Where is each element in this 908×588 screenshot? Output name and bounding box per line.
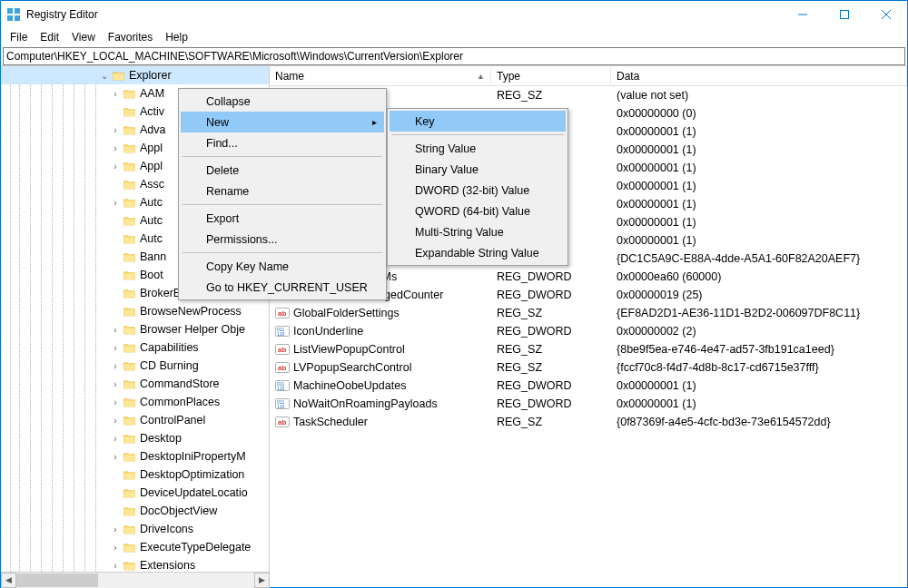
tree-item[interactable]: ›CommonPlaces [1, 393, 270, 411]
scroll-thumb[interactable] [16, 573, 98, 587]
list-header[interactable]: Name▲ Type Data [270, 66, 907, 86]
chevron-right-icon[interactable]: › [110, 543, 121, 553]
tree-item-label: BrowseNewProcess [140, 305, 242, 318]
menu-item[interactable]: Go to HKEY_CURRENT_USER [181, 277, 384, 298]
scroll-left-button[interactable]: ◀ [1, 573, 16, 588]
value-data: 0x00000001 (1) [611, 143, 907, 156]
minimize-button[interactable] [782, 1, 824, 28]
value-row[interactable]: IconUnderlineREG_DWORD0x00000002 (2) [270, 322, 907, 340]
menu-item[interactable]: Find... [181, 132, 384, 153]
tree-item-label: Adva [140, 123, 166, 136]
chevron-right-icon[interactable]: › [110, 397, 121, 407]
scroll-track[interactable] [16, 573, 254, 588]
folder-icon [123, 505, 136, 516]
value-type: REG_DWORD [491, 325, 611, 338]
chevron-down-icon[interactable]: ⌄ [99, 71, 110, 81]
tree-item[interactable]: ›DriveIcons [1, 520, 270, 538]
folder-icon [123, 433, 136, 444]
window-frame: Registry Editor FileEditViewFavoritesHel… [0, 0, 908, 588]
chevron-right-icon[interactable]: › [110, 379, 121, 389]
folder-icon [123, 360, 136, 371]
horizontal-scrollbar[interactable]: ◀ ▶ [1, 572, 270, 587]
folder-icon [123, 324, 136, 335]
chevron-right-icon[interactable]: › [110, 325, 121, 335]
menu-edit[interactable]: Edit [35, 29, 64, 45]
tree-item[interactable]: DesktopOptimization [1, 466, 270, 484]
menu-help[interactable]: Help [160, 29, 193, 45]
chevron-right-icon[interactable]: › [110, 416, 121, 426]
value-row[interactable]: TaskSchedulerREG_SZ{0f87369f-a4e5-4cfc-b… [270, 413, 907, 431]
tree-item[interactable]: ›Capabilities [1, 338, 270, 357]
menu-item[interactable]: String Value [390, 138, 566, 159]
tree-item[interactable]: ›Desktop [1, 429, 270, 447]
tree-item[interactable]: ⌄Explorer [1, 66, 270, 84]
menu-item[interactable]: QWORD (64-bit) Value [390, 201, 566, 221]
menu-item[interactable]: Collapse [181, 91, 384, 112]
menu-item[interactable]: Rename [181, 181, 384, 201]
folder-icon [123, 378, 136, 389]
value-row[interactable]: GlobalFolderSettingsREG_SZ{EF8AD2D1-AE36… [270, 304, 907, 322]
menu-file[interactable]: File [5, 29, 33, 45]
chevron-right-icon[interactable]: › [110, 143, 121, 153]
tree-item[interactable]: ›Extensions [1, 556, 270, 572]
maximize-button[interactable] [824, 1, 865, 28]
chevron-right-icon[interactable]: › [110, 561, 121, 571]
tree-item[interactable]: ›DesktopIniPropertyM [1, 447, 270, 466]
scroll-right-button[interactable]: ▶ [254, 573, 270, 588]
col-type[interactable]: Type [491, 66, 611, 85]
svg-rect-0 [7, 8, 13, 14]
menu-item-label: Collapse [206, 95, 251, 108]
tree-item[interactable]: ›CommandStore [1, 375, 270, 393]
tree-item[interactable]: ›ControlPanel [1, 411, 270, 429]
value-row[interactable]: ListViewPopupControlREG_SZ{8be9f5ea-e746… [270, 340, 907, 358]
titlebar: Registry Editor [1, 1, 907, 28]
col-data[interactable]: Data [611, 66, 907, 85]
tree-item-label: ControlPanel [140, 414, 205, 426]
tree-item-label: Autc [140, 214, 163, 227]
value-data: (value not set) [611, 89, 907, 102]
close-button[interactable] [865, 1, 907, 28]
tree-item[interactable]: ›ExecuteTypeDelegate [1, 538, 270, 556]
address-bar[interactable]: Computer\HKEY_LOCAL_MACHINE\SOFTWARE\Mic… [3, 47, 905, 65]
menu-view[interactable]: View [66, 29, 101, 45]
value-row[interactable]: LVPopupSearchControlREG_SZ{fccf70c8-f4d7… [270, 358, 907, 377]
chevron-right-icon[interactable]: › [110, 198, 121, 208]
menu-item[interactable]: Delete [181, 160, 384, 181]
menu-item[interactable]: Binary Value [390, 159, 566, 180]
menu-item[interactable]: New▸ [181, 112, 384, 132]
tree-item[interactable]: ›CD Burning [1, 357, 270, 375]
chevron-right-icon[interactable]: › [110, 162, 121, 172]
menu-item[interactable]: Copy Key Name [181, 256, 384, 277]
context-submenu-new[interactable]: KeyString ValueBinary ValueDWORD (32-bit… [387, 108, 568, 266]
value-type: REG_SZ [491, 89, 611, 102]
menu-item-label: Permissions... [206, 233, 278, 246]
tree-item[interactable]: DeviceUpdateLocatio [1, 484, 270, 502]
chevron-right-icon[interactable]: › [110, 89, 121, 99]
value-data: {8be9f5ea-e746-4e47-ad57-3fb191ca1eed} [611, 343, 907, 356]
chevron-right-icon[interactable]: › [110, 434, 121, 444]
menu-item[interactable]: Expandable String Value [390, 242, 566, 263]
chevron-right-icon[interactable]: › [110, 452, 121, 462]
tree-item[interactable]: ›Browser Helper Obje [1, 320, 270, 338]
col-name[interactable]: Name▲ [270, 66, 491, 85]
menu-item[interactable]: DWORD (32-bit) Value [390, 180, 566, 201]
menu-favorites[interactable]: Favorites [103, 29, 158, 45]
menu-item[interactable]: Multi-String Value [390, 221, 566, 242]
tree-item[interactable]: DocObjectView [1, 502, 270, 520]
menubar: FileEditViewFavoritesHelp [1, 28, 907, 46]
value-row[interactable]: MachineOobeUpdatesREG_DWORD0x00000001 (1… [270, 377, 907, 395]
menu-item-label: String Value [415, 142, 476, 155]
folder-icon [123, 197, 136, 208]
chevron-right-icon[interactable]: › [110, 125, 121, 135]
tree-item[interactable]: BrowseNewProcess [1, 302, 270, 320]
chevron-right-icon[interactable]: › [110, 343, 121, 353]
menu-item[interactable]: Permissions... [181, 229, 384, 250]
chevron-right-icon[interactable]: › [110, 361, 121, 371]
value-row[interactable]: NoWaitOnRoamingPayloadsREG_DWORD0x000000… [270, 395, 907, 413]
menu-item[interactable]: Export [181, 208, 384, 229]
chevron-right-icon[interactable]: › [110, 524, 121, 534]
string-value-icon [275, 342, 290, 357]
context-menu[interactable]: CollapseNew▸Find...DeleteRenameExportPer… [178, 88, 387, 300]
menu-item[interactable]: Key [390, 111, 566, 132]
menu-item-label: QWORD (64-bit) Value [415, 205, 530, 218]
